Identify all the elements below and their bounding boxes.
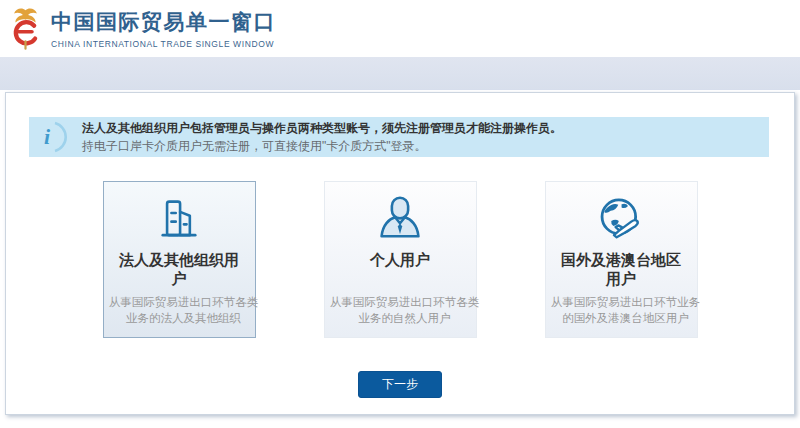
svg-text:i: i [44,124,51,149]
card-desc: 从事国际贸易进出口环节业务的国外及港澳台地区用户 [546,294,706,326]
eport-logo-icon [9,6,42,51]
card-overseas-user[interactable]: 国外及港澳台地区用户 从事国际贸易进出口环节业务的国外及港澳台地区用户 [545,181,698,338]
site-subtitle: CHINA INTERNATIONAL TRADE SINGLE WINDOW [51,39,276,49]
globe-airplane-icon [546,194,697,246]
main-panel: i 法人及其他组织用户包括管理员与操作员两种类型账号，须先注册管理员才能注册操作… [5,92,795,415]
card-title: 个人用户 [338,250,462,288]
next-step-button[interactable]: 下一步 [358,371,442,398]
card-desc: 从事国际贸易进出口环节各类业务的法人及其他组织 [104,294,264,326]
site-title: 中国国际贸易单一窗口 [51,8,276,36]
notice-line1: 法人及其他组织用户包括管理员与操作员两种类型账号，须先注册管理员才能注册操作员。 [82,121,562,136]
user-type-cards: 法人及其他组织用户 从事国际贸易进出口环节各类业务的法人及其他组织 个人用户 从… [6,181,794,338]
card-desc: 从事国际贸易进出口环节各类业务的自然人用户 [325,294,485,326]
header-band [0,57,800,90]
notice-bar: i 法人及其他组织用户包括管理员与操作员两种类型账号，须先注册管理员才能注册操作… [29,117,769,157]
card-title: 法人及其他组织用户 [117,250,241,288]
person-icon [325,194,476,246]
notice-line2: 持电子口岸卡介质用户无需注册，可直接使用"卡介质方式"登录。 [82,139,562,154]
site-title-block: 中国国际贸易单一窗口 CHINA INTERNATIONAL TRADE SIN… [51,8,276,49]
button-row: 下一步 [6,371,794,398]
registration-page: 中国国际贸易单一窗口 CHINA INTERNATIONAL TRADE SIN… [0,0,800,428]
card-personal-user[interactable]: 个人用户 从事国际贸易进出口环节各类业务的自然人用户 [324,181,477,338]
site-header: 中国国际贸易单一窗口 CHINA INTERNATIONAL TRADE SIN… [0,0,800,57]
buildings-icon [104,194,255,246]
card-organization-user[interactable]: 法人及其他组织用户 从事国际贸易进出口环节各类业务的法人及其他组织 [103,181,256,338]
info-icon: i [38,121,68,153]
notice-text: 法人及其他组织用户包括管理员与操作员两种类型账号，须先注册管理员才能注册操作员。… [82,121,562,154]
card-title: 国外及港澳台地区用户 [559,250,683,288]
